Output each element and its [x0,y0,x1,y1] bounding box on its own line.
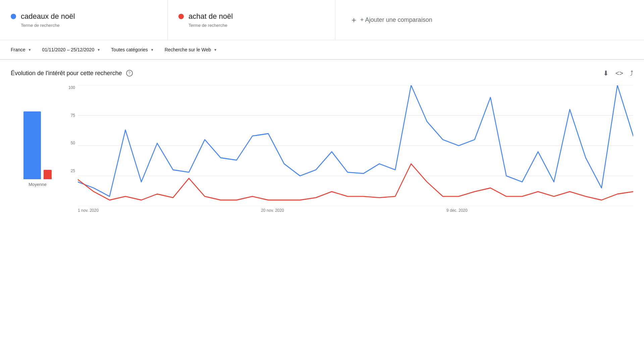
x-label-2: 20 nov. 2020 [261,208,284,213]
x-axis-labels: 1 nov. 2020 20 nov. 2020 9 déc. 2020 [64,206,633,213]
chart-header: Évolution de l'intérêt pour cette recher… [11,69,633,77]
y-label-100: 100 [64,85,75,90]
search-type-chevron-icon: ▼ [214,48,217,52]
chart-title-area: Évolution de l'intérêt pour cette recher… [11,70,133,77]
share-button[interactable]: ⤴ [630,69,633,77]
y-label-75: 75 [64,113,75,118]
category-chevron-icon: ▼ [151,48,154,52]
download-button[interactable]: ⬇ [603,69,609,77]
add-comparison-label: + Ajouter une comparaison [360,16,432,23]
country-chevron-icon: ▼ [28,48,32,52]
category-filter[interactable]: Toutes catégories ▼ [111,46,154,54]
search-type-filter[interactable]: Recherche sur le Web ▼ [165,46,217,54]
search-type-label: Recherche sur le Web [165,47,211,52]
chart-y-and-plot: 100 75 50 25 [64,85,633,206]
plot-area [78,85,633,206]
add-comparison-button[interactable]: + + Ajouter une comparaison [335,0,644,40]
chart-svg [78,85,633,206]
search-term-header-2: achat de noël [178,12,324,21]
chart-left-avg: Moyenne [11,85,64,213]
chart-main: 100 75 50 25 [64,85,633,213]
country-label: France [11,47,25,52]
plus-icon: + [352,15,356,25]
avg-bars [23,85,52,179]
y-label-25: 25 [64,168,75,173]
country-filter[interactable]: France ▼ [11,46,31,54]
x-label-1: 1 nov. 2020 [78,208,99,213]
chart-title: Évolution de l'intérêt pour cette recher… [11,70,122,77]
dot-red-2 [178,14,184,19]
filter-bar: France ▼ 01/11/2020 – 25/12/2020 ▼ Toute… [0,40,644,60]
date-range-label: 01/11/2020 – 25/12/2020 [42,47,94,52]
dot-blue-1 [11,14,16,19]
avg-label: Moyenne [29,182,46,187]
search-term-title-2: achat de noël [189,12,233,21]
search-term-title-1: cadeaux de noël [21,12,75,21]
date-range-filter[interactable]: 01/11/2020 – 25/12/2020 ▼ [42,46,100,54]
chart-actions: ⬇ <> ⤴ [603,69,633,77]
x-label-3: 9 déc. 2020 [446,208,468,213]
help-icon[interactable]: ? [126,70,133,77]
search-terms-bar: cadeaux de noël Terme de recherche achat… [0,0,644,40]
date-range-chevron-icon: ▼ [97,48,100,52]
y-label-50: 50 [64,141,75,145]
chart-section: Évolution de l'intérêt pour cette recher… [0,60,644,213]
chart-container: Moyenne 100 75 50 25 [11,85,633,213]
avg-bar-blue [23,111,41,179]
embed-button[interactable]: <> [615,69,623,77]
y-axis: 100 75 50 25 [64,85,78,206]
search-term-header-1: cadeaux de noël [11,12,157,21]
search-term-card-1: cadeaux de noël Terme de recherche [0,0,168,40]
search-term-sub-2: Terme de recherche [189,23,324,28]
avg-bar-red [44,170,52,179]
search-term-sub-1: Terme de recherche [21,23,157,28]
search-term-card-2: achat de noël Terme de recherche [168,0,335,40]
category-label: Toutes catégories [111,47,148,52]
